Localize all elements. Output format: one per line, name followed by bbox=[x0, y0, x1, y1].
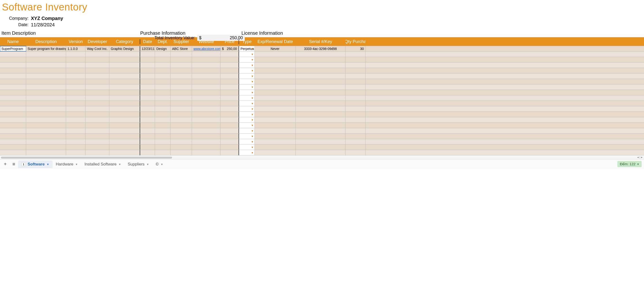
cell-version[interactable] bbox=[66, 139, 86, 144]
cell-exp-renewal[interactable] bbox=[255, 52, 296, 57]
cell-website[interactable] bbox=[192, 123, 220, 128]
chevron-down-icon[interactable]: ▼ bbox=[251, 113, 254, 116]
cell-dept[interactable] bbox=[155, 74, 170, 79]
cell-website[interactable] bbox=[192, 63, 220, 68]
cell-developer[interactable] bbox=[86, 101, 109, 106]
chevron-down-icon[interactable]: ▼ bbox=[251, 135, 254, 138]
cell-description[interactable] bbox=[26, 90, 66, 95]
cell-category[interactable] bbox=[109, 84, 140, 90]
cell-qty[interactable] bbox=[346, 90, 366, 95]
cell-type[interactable]: ▼ bbox=[238, 106, 255, 112]
chevron-down-icon[interactable]: ▼ bbox=[251, 91, 254, 94]
cell-exp-renewal[interactable] bbox=[255, 145, 296, 150]
table-row[interactable]: ▼ bbox=[0, 57, 644, 63]
cell-version[interactable] bbox=[66, 117, 86, 122]
table-row[interactable]: ▼ bbox=[0, 63, 644, 68]
cell-serial[interactable] bbox=[296, 112, 346, 117]
cell-serial[interactable] bbox=[296, 84, 346, 90]
cell-date[interactable] bbox=[140, 52, 155, 57]
chevron-down-icon[interactable]: ▼ bbox=[251, 53, 254, 56]
company-value[interactable]: XYZ Company bbox=[31, 16, 63, 21]
cell-version[interactable] bbox=[66, 95, 86, 101]
cell-website[interactable]: www.abcstore.com bbox=[192, 46, 220, 51]
cell-serial[interactable] bbox=[296, 123, 346, 128]
cell-name[interactable] bbox=[0, 139, 26, 144]
cell-date[interactable] bbox=[140, 145, 155, 150]
cell-serial[interactable] bbox=[296, 134, 346, 139]
table-row[interactable]: ▼ bbox=[0, 123, 644, 128]
cell-dept[interactable] bbox=[155, 57, 170, 62]
cell-dept[interactable] bbox=[155, 134, 170, 139]
count-pill[interactable]: Đếm: 122 ▼ bbox=[618, 161, 642, 167]
cell-qty[interactable] bbox=[346, 84, 366, 90]
cell-date[interactable] bbox=[140, 112, 155, 117]
cell-dept[interactable] bbox=[155, 106, 170, 112]
cell-name[interactable]: SuperProgram bbox=[0, 46, 26, 51]
cell-price[interactable] bbox=[220, 128, 238, 133]
cell-developer[interactable] bbox=[86, 123, 109, 128]
cell-qty[interactable] bbox=[346, 150, 366, 155]
cell-name[interactable] bbox=[0, 134, 26, 139]
cell-serial[interactable] bbox=[296, 90, 346, 95]
cell-type[interactable]: ▼ bbox=[238, 57, 255, 62]
cell-type[interactable]: ▼ bbox=[238, 139, 255, 144]
cell-dept[interactable] bbox=[155, 112, 170, 117]
cell-website[interactable] bbox=[192, 90, 220, 95]
cell-category[interactable] bbox=[109, 79, 140, 84]
cell-name[interactable] bbox=[0, 74, 26, 79]
cell-supplier[interactable] bbox=[170, 101, 192, 106]
col-date[interactable]: Date bbox=[140, 39, 155, 44]
cell-version[interactable] bbox=[66, 112, 86, 117]
cell-website[interactable] bbox=[192, 117, 220, 122]
horizontal-scrollbar[interactable]: ◄ | ► bbox=[0, 156, 644, 159]
cell-name[interactable] bbox=[0, 79, 26, 84]
cell-type[interactable]: ▼ bbox=[238, 123, 255, 128]
tab-hardware[interactable]: Hardware ▼ bbox=[52, 160, 81, 168]
cell-supplier[interactable] bbox=[170, 106, 192, 112]
scrollbar-thumb[interactable] bbox=[1, 157, 172, 159]
cell-description[interactable] bbox=[26, 68, 66, 73]
cell-developer[interactable] bbox=[86, 112, 109, 117]
cell-category[interactable] bbox=[109, 101, 140, 106]
chevron-down-icon[interactable]: ▼ bbox=[46, 163, 49, 166]
cell-qty[interactable] bbox=[346, 101, 366, 106]
chevron-down-icon[interactable]: ▼ bbox=[251, 75, 254, 78]
cell-dept[interactable] bbox=[155, 150, 170, 155]
cell-name[interactable] bbox=[0, 128, 26, 133]
cell-serial[interactable] bbox=[296, 68, 346, 73]
cell-exp-renewal[interactable]: Never bbox=[255, 46, 296, 51]
col-version[interactable]: Version bbox=[66, 39, 86, 44]
cell-website[interactable] bbox=[192, 74, 220, 79]
chevron-down-icon[interactable]: ▼ bbox=[251, 124, 254, 127]
cell-version[interactable] bbox=[66, 150, 86, 155]
chevron-down-icon[interactable]: ▼ bbox=[118, 163, 121, 166]
chevron-down-icon[interactable]: ▼ bbox=[146, 163, 149, 166]
cell-supplier[interactable] bbox=[170, 134, 192, 139]
cell-version[interactable]: 1.1.0.0 bbox=[66, 46, 86, 51]
cell-dept[interactable] bbox=[155, 84, 170, 90]
cell-category[interactable] bbox=[109, 68, 140, 73]
cell-qty[interactable] bbox=[346, 106, 366, 112]
cell-description[interactable] bbox=[26, 106, 66, 112]
cell-category[interactable] bbox=[109, 150, 140, 155]
col-qty[interactable]: Qty Purcha bbox=[346, 39, 366, 44]
cell-price[interactable] bbox=[220, 117, 238, 122]
cell-price[interactable] bbox=[220, 123, 238, 128]
table-row[interactable]: ▼ bbox=[0, 95, 644, 101]
cell-price[interactable] bbox=[220, 90, 238, 95]
cell-exp-renewal[interactable] bbox=[255, 150, 296, 155]
cell-description[interactable] bbox=[26, 139, 66, 144]
cell-description[interactable] bbox=[26, 52, 66, 57]
col-description[interactable]: Description bbox=[26, 39, 66, 44]
cell-serial[interactable] bbox=[296, 63, 346, 68]
cell-price[interactable] bbox=[220, 57, 238, 62]
cell-name[interactable] bbox=[0, 101, 26, 106]
cell-description[interactable] bbox=[26, 134, 66, 139]
cell-dept[interactable] bbox=[155, 128, 170, 133]
cell-description[interactable] bbox=[26, 95, 66, 101]
cell-developer[interactable] bbox=[86, 84, 109, 90]
cell-date[interactable] bbox=[140, 101, 155, 106]
cell-serial[interactable] bbox=[296, 150, 346, 155]
chevron-down-icon[interactable]: ▼ bbox=[251, 80, 254, 83]
cell-supplier[interactable] bbox=[170, 95, 192, 101]
